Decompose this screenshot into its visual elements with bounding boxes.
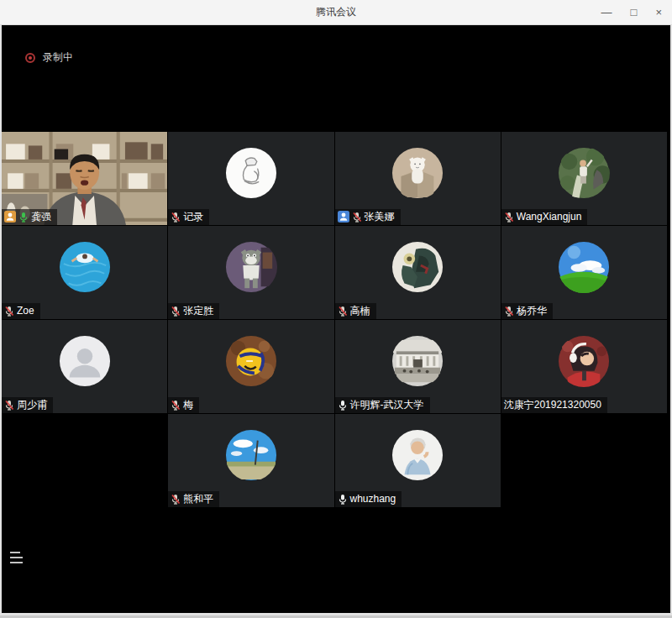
participant-grid: 龚强 记录 张美娜 WangXia [2, 132, 667, 507]
mic-muted-icon [504, 212, 514, 223]
participant-tile-9[interactable]: 周少甫 [2, 320, 167, 413]
participant-name: 龚强 [31, 211, 51, 223]
list-icon[interactable] [10, 552, 24, 563]
participant-name: 张美娜 [365, 211, 395, 223]
participant-tile-11[interactable]: 许明辉-武汉大学 [335, 320, 501, 413]
mic-muted-icon [352, 212, 362, 223]
participant-tile-7[interactable]: 高楠 [335, 226, 501, 319]
recording-indicator: 录制中 [25, 50, 73, 65]
participant-label: WangXiangjun [501, 209, 588, 225]
avatar-grass-sky [558, 241, 610, 293]
participant-label: 周少甫 [2, 397, 53, 413]
participant-name: whuzhang [350, 493, 396, 505]
participant-label: Zoe [2, 303, 40, 319]
member-blue-icon [338, 211, 349, 223]
close-icon[interactable]: × [655, 7, 662, 18]
participant-tile-3[interactable]: 张美娜 [335, 132, 501, 225]
avatar-cartoon-cat [225, 241, 277, 293]
participant-name: 杨乔华 [517, 305, 547, 317]
avatar-meadow-sky [225, 429, 277, 481]
meeting-stage: 录制中 龚强 记录 [0, 25, 672, 615]
avatar-sketch-person [225, 147, 277, 199]
participant-name: 周少甫 [17, 399, 47, 411]
mic-muted-icon [171, 306, 181, 317]
avatar-girl-headphones [558, 335, 610, 387]
avatar-volleyball [225, 335, 277, 387]
participant-tile-4[interactable]: WangXiangjun [501, 132, 667, 225]
participant-name: WangXiangjun [517, 211, 582, 223]
avatar-man-blue-shirt [391, 429, 444, 481]
participant-name: 梅 [183, 399, 193, 411]
participant-tile-5[interactable]: Zoe [2, 226, 167, 319]
mic-muted-icon [171, 494, 181, 505]
window-title: 腾讯会议 [316, 5, 356, 19]
participant-label: 高楠 [335, 303, 376, 319]
participant-label: 沈康宁201921320050 [501, 397, 607, 413]
participant-name: 张定胜 [183, 305, 213, 317]
recording-label: 录制中 [43, 50, 73, 65]
mic-muted-icon [171, 400, 181, 411]
participant-name: 许明辉-武汉大学 [350, 399, 424, 411]
participant-label: 熊和平 [168, 491, 219, 507]
participant-label: 龚强 [2, 209, 57, 225]
mic-icon [18, 212, 29, 223]
participant-tile-14[interactable]: whuzhang [335, 414, 501, 507]
participant-name: 记录 [183, 211, 203, 223]
participant-tile-12[interactable]: 沈康宁201921320050 [501, 320, 667, 413]
participant-name: 沈康宁201921320050 [504, 399, 601, 411]
participant-tile-6[interactable]: 张定胜 [168, 226, 333, 319]
avatar-white-cat [391, 147, 444, 199]
mic-muted-icon [4, 400, 14, 411]
avatar-pool-swimmer [59, 241, 111, 293]
avatar-placeholder-person [59, 335, 111, 387]
participant-tile-2[interactable]: 记录 [168, 132, 333, 225]
participant-name: Zoe [17, 305, 34, 317]
mic-muted-icon [504, 306, 514, 317]
participant-label: whuzhang [335, 491, 402, 507]
participant-tile-10[interactable]: 梅 [168, 320, 333, 413]
participant-name: 高楠 [350, 305, 370, 317]
member-orange-icon [4, 211, 16, 223]
participant-name: 熊和平 [183, 493, 213, 505]
participant-tile-13[interactable]: 熊和平 [168, 414, 333, 507]
mic-muted-icon [171, 212, 181, 223]
minimize-icon[interactable]: — [601, 7, 612, 18]
participant-label: 张定胜 [168, 303, 219, 319]
participant-tile-1[interactable]: 龚强 [2, 132, 167, 225]
maximize-icon[interactable]: □ [631, 7, 638, 18]
participant-label: 梅 [168, 397, 199, 413]
participant-label: 许明辉-武汉大学 [335, 397, 430, 413]
participant-label: 记录 [168, 209, 209, 225]
participant-label: 张美娜 [335, 209, 401, 225]
window-controls: — □ × [601, 0, 662, 24]
participant-label: 杨乔华 [501, 303, 553, 319]
participant-tile-8[interactable]: 杨乔华 [501, 226, 667, 319]
mic-muted-icon [338, 306, 348, 317]
mic-icon [338, 400, 348, 411]
avatar-garden-person [558, 147, 610, 199]
avatar-dark-robot [391, 241, 444, 293]
window-titlebar: 腾讯会议 — □ × [0, 0, 672, 25]
mic-muted-icon [4, 306, 14, 317]
avatar-building [391, 335, 444, 387]
record-dot-icon [25, 53, 35, 63]
mic-icon [338, 494, 348, 505]
